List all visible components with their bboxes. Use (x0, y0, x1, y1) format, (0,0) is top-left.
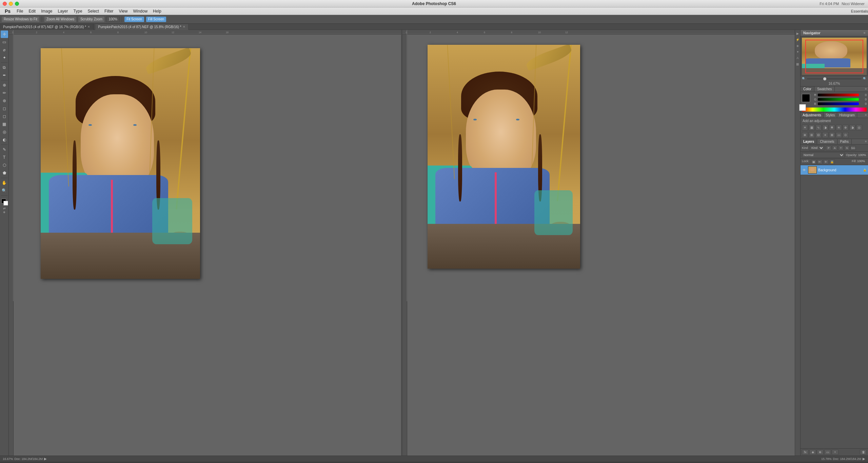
canvas-background-right[interactable] (407, 35, 795, 456)
posterize-adj[interactable]: ≡ (822, 132, 828, 138)
navigator-menu-icon[interactable]: ≡ (864, 31, 865, 35)
layers-menu-icon[interactable]: ≡ (864, 139, 868, 144)
selective-color-adj[interactable]: ⊙ (843, 132, 849, 138)
background-color-swatch[interactable] (799, 104, 806, 111)
layer-visibility-icon[interactable]: 👁 (802, 168, 807, 172)
menu-type[interactable]: Type (71, 8, 85, 14)
filter-pixel[interactable]: P (826, 146, 831, 150)
exposure-adj[interactable]: ◑ (822, 124, 828, 131)
foreground-color-swatch[interactable] (802, 94, 810, 102)
delete-layer-btn[interactable]: 🗑 (860, 449, 867, 455)
adj-menu-icon[interactable]: ≡ (864, 113, 868, 118)
menu-help[interactable]: Help (150, 8, 164, 14)
mini-tool-4[interactable]: ✦ (795, 50, 800, 54)
tab-color[interactable]: Color (801, 86, 814, 92)
zoom-all-windows-btn[interactable]: Zoom All Windows (44, 16, 77, 22)
menu-layer[interactable]: Layer (55, 8, 71, 14)
close-button[interactable] (3, 2, 7, 6)
dodge-tool[interactable]: ◐ (1, 136, 8, 143)
menu-view[interactable]: View (116, 8, 131, 14)
gradient-map-adj[interactable]: ▭ (836, 132, 842, 138)
zoom-input[interactable] (106, 17, 120, 22)
filter-adj[interactable]: A (832, 146, 837, 150)
menu-edit[interactable]: Edit (26, 8, 38, 14)
tab-layers[interactable]: Layers (801, 139, 817, 144)
nav-zoom-slider[interactable] (807, 78, 862, 79)
new-fill-adj-btn[interactable]: ⊕ (817, 449, 824, 455)
color-menu-icon[interactable]: ≡ (864, 86, 868, 92)
heal-tool[interactable]: ⊕ (1, 81, 8, 89)
nav-view-box[interactable] (805, 40, 864, 73)
gradient-tool[interactable]: ▦ (1, 120, 8, 128)
minimize-button[interactable] (9, 2, 13, 6)
background-color[interactable] (3, 201, 8, 206)
marquee-tool[interactable]: ▭ (1, 38, 8, 46)
mini-tool-3[interactable]: ◈ (795, 43, 800, 48)
essentials-label[interactable]: Essentials (851, 9, 868, 13)
threshold-adj[interactable]: ⊠ (829, 132, 835, 138)
hsl-adj[interactable]: ≋ (836, 124, 842, 131)
tab-paths[interactable]: Paths (837, 139, 852, 144)
crop-tool[interactable]: ⧉ (1, 64, 8, 71)
tab-histogram[interactable]: Histogram (837, 113, 857, 118)
lock-transparent[interactable]: ▦ (811, 159, 816, 164)
blend-mode-select[interactable]: Normal (802, 152, 845, 158)
blur-tool[interactable]: ◎ (1, 128, 8, 136)
swap-colors-icon[interactable]: ⇄ (3, 207, 6, 210)
color-lookup-adj[interactable]: ⊞ (809, 132, 815, 138)
tab-styles[interactable]: Styles (824, 113, 837, 118)
channel-mixer-adj[interactable]: ⊗ (802, 132, 808, 138)
zoom-tool[interactable]: 🔍 (1, 187, 8, 194)
left-arrow-btn[interactable]: ▶ (44, 457, 47, 461)
color-balance-adj[interactable]: ⊕ (843, 124, 849, 131)
menu-select[interactable]: Select (85, 8, 102, 14)
menu-window[interactable]: Window (130, 8, 150, 14)
eraser-tool[interactable]: ◻ (1, 113, 8, 120)
move-tool[interactable]: ✛ (1, 31, 8, 38)
fit-screen-btn[interactable]: Fit Screen (124, 16, 144, 22)
doc-tab-left-close[interactable]: ✕ (87, 25, 90, 28)
resize-windows-btn[interactable]: Resize Windows to Fit (1, 16, 40, 22)
photo-filter-adj[interactable]: ◎ (856, 124, 862, 131)
menu-file[interactable]: File (14, 8, 26, 14)
magic-wand-tool[interactable]: ✦ (1, 54, 8, 61)
mini-tool-1[interactable]: ▶ (795, 31, 800, 36)
red-slider[interactable] (818, 94, 859, 96)
right-arrow-btn[interactable]: ▶ (863, 457, 865, 461)
clone-tool[interactable]: ⊛ (1, 97, 8, 104)
pen-tool[interactable]: ✎ (1, 146, 8, 153)
doc-tab-right-close[interactable]: ✕ (183, 25, 185, 28)
nav-zoom-thumb[interactable] (823, 77, 826, 80)
bw-adj[interactable]: ◑ (849, 124, 855, 131)
new-group-btn[interactable]: ▭ (824, 449, 831, 455)
menu-image[interactable]: Image (38, 8, 55, 14)
mini-tool-2[interactable]: ⚡ (795, 37, 800, 42)
tab-channels[interactable]: Channels (817, 139, 837, 144)
lock-all[interactable]: 🔒 (829, 159, 835, 164)
canvas-background-left[interactable] (14, 35, 401, 456)
doc-tab-left[interactable]: PumpkinPatch2015 (4 of 87).NEF @ 16.7% (… (0, 24, 93, 30)
path-tool[interactable]: ⬡ (1, 161, 8, 169)
filter-shape[interactable]: S (844, 146, 850, 150)
type-tool[interactable]: T (1, 154, 8, 161)
fill-screen-btn[interactable]: Fill Screen (146, 16, 166, 22)
filter-sm[interactable]: Sm (850, 146, 856, 150)
history-tool[interactable]: ◻ (1, 105, 8, 112)
curves-adj[interactable]: ∿ (815, 124, 822, 131)
filter-type[interactable]: T (838, 146, 844, 150)
lock-position[interactable]: ✛ (823, 159, 829, 164)
blue-slider[interactable] (818, 102, 859, 105)
vibrance-adj[interactable]: ❋ (829, 124, 835, 131)
hand-tool[interactable]: ✋ (1, 179, 8, 187)
tab-swatches[interactable]: Swatches (814, 86, 835, 92)
lasso-tool[interactable]: ⌀ (1, 46, 8, 54)
layer-kind-select[interactable]: Kind (809, 145, 824, 151)
lock-paint[interactable]: ✏ (817, 159, 823, 164)
brush-tool[interactable]: ✏ (1, 89, 8, 97)
layer-row-background[interactable]: 👁 Background 🔒 (801, 165, 868, 175)
invert-adj[interactable]: ⊟ (815, 132, 822, 138)
menu-filter[interactable]: Filter (102, 8, 116, 14)
tab-adjustments[interactable]: Adjustments (801, 113, 824, 118)
doc-tab-right[interactable]: PumpkinPatch2015 (4 of 87).NEF @ 15.8% (… (95, 24, 188, 30)
brightness-adj[interactable]: ☀ (802, 124, 808, 131)
